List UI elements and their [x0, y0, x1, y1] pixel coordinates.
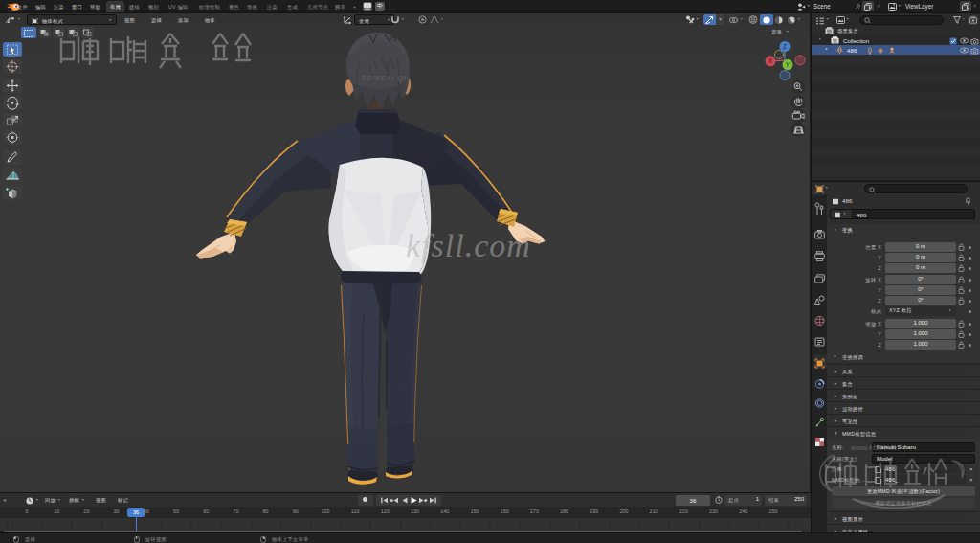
- svg-text:www.kfsll.com: www.kfsll.com: [851, 443, 900, 452]
